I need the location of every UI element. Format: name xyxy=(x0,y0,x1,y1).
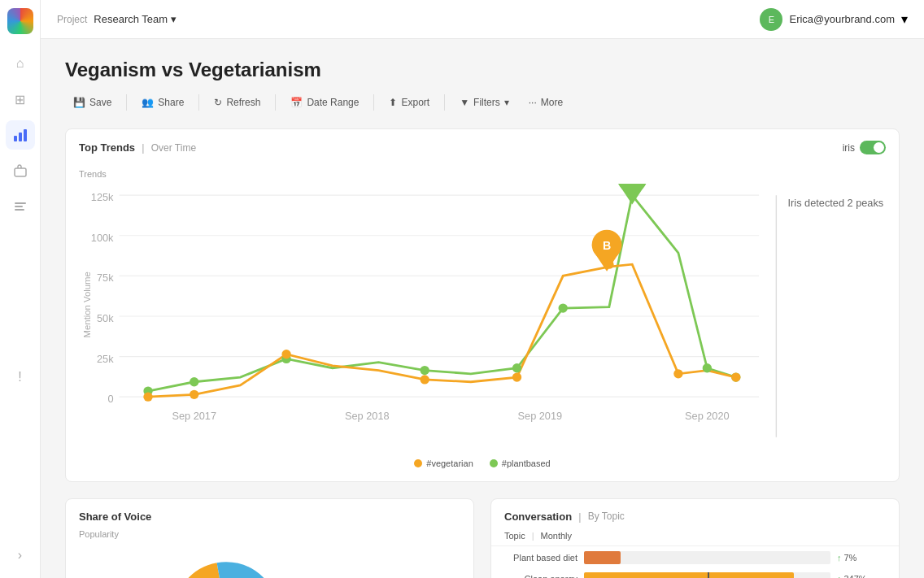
legend-plantbased-label: #plantbased xyxy=(502,458,551,468)
iris-badge: iris xyxy=(843,141,886,154)
project-selector[interactable]: Research Team ▾ xyxy=(94,13,177,25)
legend-vegetarian-dot xyxy=(414,459,422,467)
refresh-icon: ↻ xyxy=(214,97,222,108)
svg-point-43 xyxy=(512,372,521,381)
svg-rect-3 xyxy=(15,168,26,176)
bar-chart-area: Plant based diet ↑ 7% Clean energy xyxy=(491,546,899,578)
svg-rect-1 xyxy=(19,133,22,141)
bar-pct-clean: ↑ 347% xyxy=(837,574,886,578)
trends-subtitle: Over Time xyxy=(151,142,196,154)
sov-subtitle: Popularity xyxy=(66,529,473,539)
share-button[interactable]: 👥 Share xyxy=(133,93,192,112)
topnav: Project Research Team ▾ E Erica@yourbran… xyxy=(41,0,924,39)
separator-5 xyxy=(444,94,445,111)
refresh-button[interactable]: ↻ Refresh xyxy=(206,93,268,112)
sov-title-row: Share of Voice xyxy=(79,511,151,523)
svg-point-36 xyxy=(628,191,637,200)
svg-text:0: 0 xyxy=(107,393,113,405)
svg-point-46 xyxy=(731,372,740,381)
svg-text:A: A xyxy=(628,184,636,185)
svg-rect-4 xyxy=(15,202,26,204)
sidebar-item-chart[interactable] xyxy=(6,120,35,150)
legend-vegetarian-label: #vegetarian xyxy=(426,458,473,468)
svg-point-35 xyxy=(559,303,568,312)
svg-rect-0 xyxy=(14,136,17,141)
trends-card-header: Top Trends | Over Time iris xyxy=(66,129,899,161)
bar-fill-clean xyxy=(584,572,794,578)
project-label: Project xyxy=(57,14,87,25)
arrow-up-icon: ↑ xyxy=(837,553,842,563)
svg-text:25k: 25k xyxy=(97,353,114,365)
sidebar-item-grid[interactable]: ⊞ xyxy=(6,85,35,114)
conv-title: Conversation xyxy=(504,511,572,523)
bar-fill-plant xyxy=(584,551,621,564)
trends-title-row: Top Trends | Over Time xyxy=(79,141,196,154)
separator-3 xyxy=(275,94,276,111)
svg-rect-5 xyxy=(15,206,23,207)
separator-4 xyxy=(373,94,374,111)
svg-text:Sep 2019: Sep 2019 xyxy=(518,411,563,423)
svg-point-42 xyxy=(420,375,429,384)
trends-chart-container: Trends 125k 100k 75k 50k 25k 0 Mention V… xyxy=(66,161,899,481)
donut-wrapper: 28% 37% Eco Range Budget Range xyxy=(66,544,473,578)
filters-button[interactable]: ▼ Filters ▾ xyxy=(451,93,517,112)
svg-text:100k: 100k xyxy=(91,232,114,244)
svg-text:50k: 50k xyxy=(97,312,114,324)
iris-label: iris xyxy=(843,142,855,154)
svg-point-41 xyxy=(281,350,290,359)
more-icon: ··· xyxy=(529,97,537,108)
svg-point-37 xyxy=(703,363,712,372)
user-area[interactable]: E Erica@yourbrand.com ▾ xyxy=(760,8,908,31)
svg-point-39 xyxy=(143,392,152,401)
sidebar-item-briefcase[interactable] xyxy=(6,156,35,185)
conversation-card: Conversation | By Topic Topic | Monthly … xyxy=(490,498,900,578)
topic-sep: | xyxy=(532,531,534,541)
sidebar-item-bar[interactable] xyxy=(6,192,35,221)
share-icon: 👥 xyxy=(142,97,154,108)
save-button[interactable]: 💾 Save xyxy=(65,93,120,112)
filters-chevron-icon: ▾ xyxy=(504,97,509,108)
more-button[interactable]: ··· More xyxy=(521,93,571,112)
bar-label-clean: Clean energy xyxy=(504,574,578,578)
save-icon: 💾 xyxy=(73,97,85,108)
user-chevron-icon: ▾ xyxy=(901,11,908,27)
user-email: Erica@yourbrand.com xyxy=(789,13,895,25)
trends-card: Top Trends | Over Time iris Trends 125k … xyxy=(65,128,900,482)
export-icon: ⬆ xyxy=(389,97,397,108)
svg-point-44 xyxy=(604,260,613,269)
bar-label-plant: Plant based diet xyxy=(504,553,578,563)
svg-point-40 xyxy=(190,390,198,399)
bar-row-plant: Plant based diet ↑ 7% xyxy=(504,551,886,564)
share-of-voice-card: Share of Voice Popularity xyxy=(65,498,474,578)
sidebar-item-alert[interactable]: ! xyxy=(6,363,35,392)
iris-toggle[interactable] xyxy=(860,141,886,154)
svg-point-31 xyxy=(190,377,198,386)
bar-pct-plant: ↑ 7% xyxy=(837,553,886,563)
bottom-grid: Share of Voice Popularity xyxy=(65,498,900,578)
project-name: Research Team xyxy=(94,13,168,25)
sov-title: Share of Voice xyxy=(79,511,151,523)
separator-1 xyxy=(126,94,127,111)
svg-text:Sep 2018: Sep 2018 xyxy=(345,411,390,423)
filter-icon: ▼ xyxy=(460,97,469,108)
trends-line-chart: 125k 100k 75k 50k 25k 0 Mention Volume xyxy=(79,184,886,449)
user-avatar: E xyxy=(760,8,782,31)
chart-legend: #vegetarian #plantbased xyxy=(79,458,886,468)
main-wrapper: Project Research Team ▾ E Erica@yourbran… xyxy=(41,0,924,578)
legend-plantbased-dot xyxy=(490,459,498,467)
svg-text:Sep 2020: Sep 2020 xyxy=(685,411,730,423)
sidebar-collapse-toggle[interactable]: › xyxy=(6,541,35,570)
date-range-button[interactable]: 📅 Date Range xyxy=(282,93,367,112)
separator-2 xyxy=(198,94,199,111)
bar-track-clean xyxy=(584,572,830,578)
sov-header: Share of Voice xyxy=(66,499,473,529)
svg-text:Iris detected 2 peaks: Iris detected 2 peaks xyxy=(788,197,884,209)
legend-vegetarian: #vegetarian xyxy=(414,458,473,468)
arrow-up-icon: ↑ xyxy=(837,574,842,578)
sidebar-item-home[interactable]: ⌂ xyxy=(6,49,35,78)
export-button[interactable]: ⬆ Export xyxy=(381,93,438,112)
app-logo[interactable] xyxy=(7,8,33,34)
bar-marker-clean xyxy=(708,572,709,578)
calendar-icon: 📅 xyxy=(290,97,303,108)
monthly-filter-label: Monthly xyxy=(541,531,573,541)
